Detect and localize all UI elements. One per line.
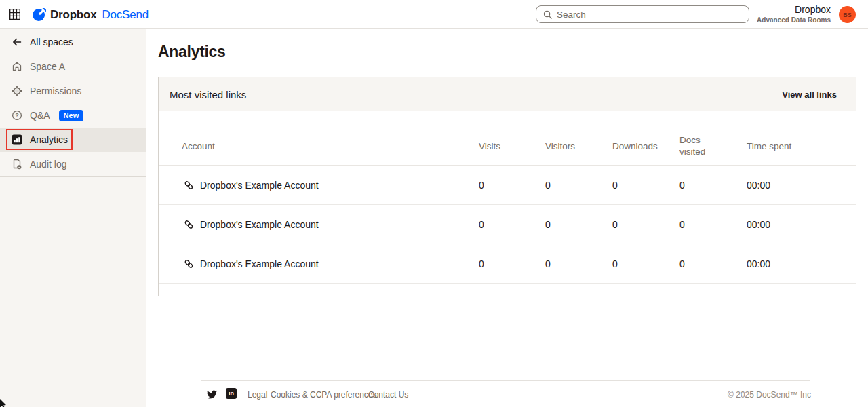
sidebar-item-qa[interactable]: ? Q&A New bbox=[0, 103, 146, 128]
card-title: Most visited links bbox=[170, 89, 246, 100]
account-plan-label: Dropbox Advanced Data Rooms bbox=[757, 4, 831, 24]
question-circle-icon: ? bbox=[11, 110, 22, 121]
sidebar-item-permissions[interactable]: Permissions bbox=[0, 79, 146, 103]
downloads-value: 0 bbox=[612, 180, 618, 191]
account-org: Dropbox bbox=[757, 4, 831, 16]
brand-name: Dropbox bbox=[50, 8, 96, 22]
account-name[interactable]: Dropbox's Example Account bbox=[200, 180, 319, 191]
page-title: Analytics bbox=[158, 43, 226, 61]
sidebar-nav: All spaces Space A Per bbox=[0, 29, 146, 177]
sidebar: All spaces Space A Per bbox=[0, 29, 146, 407]
twitter-icon[interactable] bbox=[207, 389, 217, 398]
column-header-account: Account bbox=[182, 141, 215, 153]
visits-value: 0 bbox=[479, 219, 484, 230]
column-header-visits: Visits bbox=[479, 141, 500, 153]
linkedin-icon[interactable]: in bbox=[226, 388, 237, 399]
account-name[interactable]: Dropbox's Example Account bbox=[200, 219, 319, 230]
footer-divider bbox=[201, 380, 810, 381]
home-icon bbox=[11, 61, 22, 73]
sidebar-item-analytics[interactable]: Analytics bbox=[0, 128, 146, 152]
search-bar[interactable] bbox=[536, 5, 749, 23]
sidebar-item-all-spaces[interactable]: All spaces bbox=[0, 30, 146, 54]
downloads-value: 0 bbox=[612, 258, 618, 269]
mouse-cursor bbox=[0, 398, 7, 407]
new-badge: New bbox=[59, 110, 84, 121]
sidebar-item-audit-log[interactable]: Audit log bbox=[0, 152, 146, 176]
column-header-downloads: Downloads bbox=[612, 141, 658, 153]
audit-log-icon bbox=[11, 159, 22, 170]
docsend-analytics-page: Dropbox DocSend Dropbox Advanced Data Ro… bbox=[0, 0, 868, 407]
card-header: Most visited links View all links bbox=[159, 77, 856, 111]
account-name[interactable]: Dropbox's Example Account bbox=[200, 258, 319, 269]
visitors-value: 0 bbox=[545, 258, 551, 269]
gear-icon bbox=[11, 85, 22, 97]
time-spent-value: 00:00 bbox=[747, 219, 808, 230]
time-spent-value: 00:00 bbox=[747, 180, 808, 191]
table-row[interactable]: Dropbox's Example Account 0 0 0 0 00:00 bbox=[159, 205, 856, 244]
footer-link-legal[interactable]: Legal bbox=[248, 390, 267, 400]
column-header-docs-visited: Docs visited bbox=[679, 135, 715, 158]
search-input[interactable] bbox=[557, 9, 749, 20]
brand-logo[interactable]: Dropbox DocSend bbox=[33, 0, 149, 29]
link-icon bbox=[183, 218, 195, 230]
svg-text:?: ? bbox=[15, 112, 18, 119]
sidebar-item-label: Analytics bbox=[30, 134, 68, 145]
visits-value: 0 bbox=[479, 180, 484, 191]
footer-link-contact-us[interactable]: Contact Us bbox=[368, 390, 408, 400]
sidebar-item-label: Space A bbox=[30, 61, 65, 72]
docs-visited-value: 0 bbox=[679, 258, 715, 269]
bar-chart-icon bbox=[11, 134, 22, 146]
sidebar-item-space-a[interactable]: Space A bbox=[0, 54, 146, 79]
search-icon bbox=[542, 9, 553, 20]
docs-visited-value: 0 bbox=[679, 219, 715, 230]
time-spent-value: 00:00 bbox=[747, 258, 808, 269]
sidebar-item-label: Permissions bbox=[30, 85, 81, 96]
link-icon bbox=[183, 258, 195, 269]
visitors-value: 0 bbox=[545, 219, 551, 230]
sidebar-divider bbox=[0, 176, 146, 177]
app-grid-icon[interactable] bbox=[9, 8, 21, 20]
most-visited-links-card: Most visited links View all links Accoun… bbox=[158, 77, 856, 296]
sidebar-item-label: Audit log bbox=[30, 159, 66, 170]
link-icon bbox=[183, 179, 195, 191]
brand-product: DocSend bbox=[102, 8, 149, 22]
downloads-value: 0 bbox=[612, 219, 618, 230]
sidebar-item-label: Q&A bbox=[30, 110, 50, 121]
top-header: Dropbox DocSend Dropbox Advanced Data Ro… bbox=[0, 0, 868, 29]
table-row[interactable]: Dropbox's Example Account 0 0 0 0 00:00 bbox=[159, 244, 856, 284]
arrow-left-icon bbox=[11, 37, 22, 48]
table-row[interactable]: Dropbox's Example Account 0 0 0 0 00:00 bbox=[159, 166, 856, 205]
visitors-value: 0 bbox=[545, 180, 551, 191]
visits-value: 0 bbox=[479, 258, 484, 269]
footer-link-cookies[interactable]: Cookies & CCPA preferences bbox=[271, 390, 377, 400]
column-header-time-spent: Time spent bbox=[747, 141, 808, 153]
sidebar-item-label: All spaces bbox=[30, 37, 73, 47]
docs-visited-value: 0 bbox=[679, 180, 715, 191]
view-all-links-button[interactable]: View all links bbox=[782, 90, 837, 100]
copyright-text: © 2025 DocSend™ Inc bbox=[728, 390, 811, 400]
column-header-visitors: Visitors bbox=[545, 141, 575, 153]
account-plan: Advanced Data Rooms bbox=[757, 16, 831, 25]
docsend-logo-icon bbox=[33, 8, 46, 22]
table-header-row: Account Visits Visitors Downloads Docs v… bbox=[159, 111, 856, 166]
avatar[interactable]: BS bbox=[839, 6, 856, 23]
